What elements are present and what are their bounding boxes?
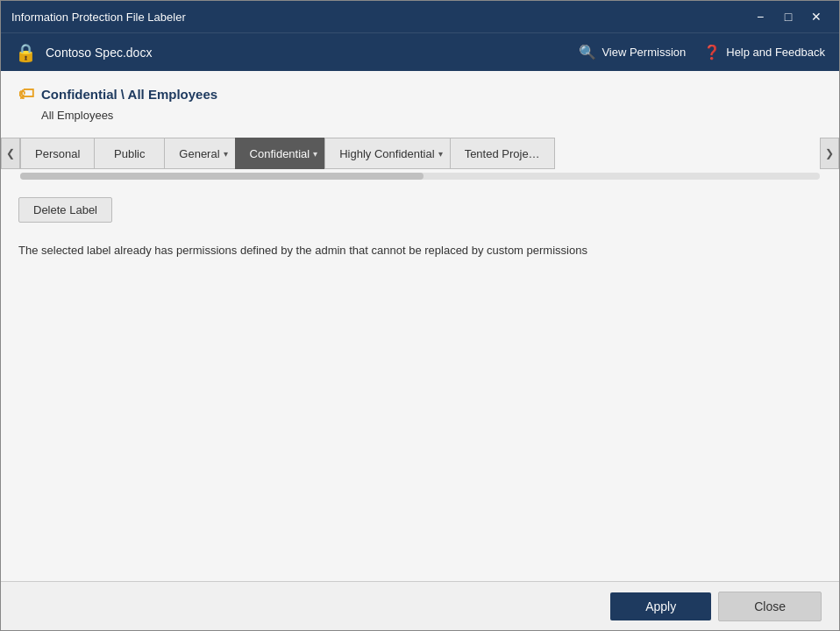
highly-confidential-dropdown-arrow: ▾ [438, 149, 443, 159]
tag-icon: 🏷 [18, 85, 34, 103]
toolbar-right: 🔍 View Permission ❓ Help and Feedback [579, 44, 825, 60]
toolbar: 🔒 Contoso Spec.docx 🔍 View Permission ❓ … [1, 32, 839, 71]
help-icon: ❓ [703, 44, 721, 60]
label-title-row: 🏷 Confidential \ All Employees [18, 85, 822, 103]
general-dropdown-arrow: ▾ [224, 149, 228, 159]
help-feedback-link[interactable]: ❓ Help and Feedback [703, 44, 825, 60]
view-permission-link[interactable]: 🔍 View Permission [579, 44, 686, 60]
title-bar-controls: − □ ✕ [748, 4, 829, 29]
help-feedback-label: Help and Feedback [726, 46, 825, 59]
label-subtitle-text: All Employees [18, 109, 822, 122]
scroll-right-button[interactable]: ❯ [820, 138, 839, 169]
tab-confidential[interactable]: Confidential ▾ [235, 138, 325, 169]
tabs-wrapper: Personal Public General ▾ Confidential ▾ [20, 138, 820, 169]
confidential-dropdown-arrow: ▾ [313, 149, 317, 159]
label-tabs-scroll: ❮ Personal Public General ▾ Confidential… [1, 138, 839, 169]
scroll-left-button[interactable]: ❮ [1, 138, 20, 169]
tab-tented-project[interactable]: Tented Proje… [450, 138, 555, 169]
title-bar-left: Information Protection File Labeler [11, 11, 186, 24]
restore-button[interactable]: □ [776, 4, 801, 29]
delete-label-area: Delete Label [1, 183, 839, 237]
lock-icon: 🔒 [15, 42, 37, 63]
content-spacer [1, 271, 839, 581]
info-message: The selected label already has permissio… [1, 237, 839, 271]
scrollbar-track-container [1, 169, 839, 183]
scrollbar-track [20, 173, 820, 180]
label-title-text: Confidential \ All Employees [41, 87, 217, 102]
title-bar: Information Protection File Labeler − □ … [1, 1, 839, 32]
minimize-button[interactable]: − [748, 4, 772, 29]
label-tabs-container: ❮ Personal Public General ▾ Confidential… [1, 129, 839, 183]
application-window: Information Protection File Labeler − □ … [0, 0, 840, 631]
tab-highly-confidential[interactable]: Highly Confidential ▾ [324, 138, 449, 169]
tab-general[interactable]: General ▾ [164, 138, 234, 169]
tab-public[interactable]: Public [94, 138, 164, 169]
app-title: Information Protection File Labeler [11, 11, 186, 24]
close-button[interactable]: Close [718, 592, 822, 621]
apply-button[interactable]: Apply [610, 592, 711, 620]
footer: Apply Close [1, 581, 839, 630]
tab-personal[interactable]: Personal [20, 138, 94, 169]
scrollbar-thumb[interactable] [20, 173, 424, 180]
window-close-button[interactable]: ✕ [804, 4, 829, 29]
filename-label: Contoso Spec.docx [46, 46, 152, 60]
delete-label-button[interactable]: Delete Label [18, 197, 112, 223]
view-permission-label: View Permission [602, 46, 686, 59]
toolbar-left: 🔒 Contoso Spec.docx [15, 42, 152, 63]
label-header: 🏷 Confidential \ All Employees All Emplo… [1, 71, 839, 129]
main-content: 🏷 Confidential \ All Employees All Emplo… [1, 71, 839, 581]
view-permission-icon: 🔍 [579, 44, 596, 60]
